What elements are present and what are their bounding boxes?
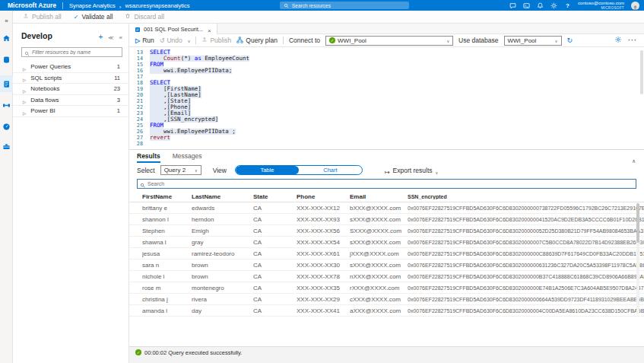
table-row[interactable]: jesusaramirez-teodoroCAXXX-XXX-XX61jXXX@… — [129, 248, 644, 260]
main-area: 001 SQL Pool Securit... Run Undo Publish — [129, 24, 644, 363]
more-actions-icon[interactable] — [628, 37, 637, 44]
code-line: 18SELECT — [129, 80, 644, 86]
column-header-firstname[interactable]: FirstName — [142, 193, 192, 200]
properties-icon[interactable] — [614, 36, 622, 45]
undo-menu-caret-icon[interactable] — [188, 37, 191, 44]
table-cell: CA — [253, 273, 297, 280]
query-select-dropdown[interactable]: Query 2 — [160, 165, 201, 175]
table-scrollbar[interactable] — [636, 203, 639, 314]
global-search[interactable] — [280, 2, 409, 9]
table-row[interactable]: amanda ldayCAXXX-XXX-XX41aXXX@XXXX.com0x… — [129, 305, 644, 317]
publish-all-button[interactable]: Publish all — [23, 13, 62, 21]
query-plan-button[interactable]: Query plan — [236, 37, 278, 45]
table-row[interactable]: rose mmontenegroCAXXX-XXX-XX35rXXX@XXXX.… — [129, 282, 644, 294]
validate-all-button[interactable]: Validate all — [74, 13, 113, 21]
cloud-shell-icon[interactable] — [523, 2, 530, 9]
breadcrumb-workspace[interactable]: wsazuresynapseanalytics — [125, 2, 189, 9]
expand-arrow-icon[interactable] — [23, 104, 30, 118]
code-token: revert — [150, 134, 170, 141]
table-cell: 0x0076EF22827519CFFBD5AD630F6C6D83020000… — [408, 297, 644, 302]
export-icon — [385, 164, 390, 177]
develop-panel-title: Develop — [21, 31, 93, 40]
connect-to-dropdown[interactable]: WWI_Pool — [325, 36, 453, 46]
tree-item-label: Notebooks — [30, 85, 113, 92]
code-editor[interactable]: 13SELECT14 Count(*) as EmployeeCount15FR… — [129, 47, 644, 149]
discard-all-button[interactable]: Discard all — [125, 13, 164, 21]
use-database-label: Use database — [458, 37, 498, 44]
status-message: 00:00:02 Query executed successfully. — [144, 349, 242, 356]
tree-item-power-bi[interactable]: Power BI1 — [13, 106, 128, 117]
notifications-icon[interactable] — [537, 2, 544, 9]
column-header-state[interactable]: State — [253, 193, 297, 200]
settings-icon[interactable] — [550, 2, 557, 9]
avatar[interactable] — [631, 2, 639, 10]
editor-scrollbar[interactable] — [640, 50, 643, 94]
table-cell: sara n — [142, 262, 192, 269]
tree-item-label: SQL scripts — [30, 75, 114, 81]
publish-icon — [201, 37, 208, 44]
feedback-icon[interactable] — [509, 2, 516, 9]
collapse-all-icon[interactable] — [108, 29, 113, 43]
add-resource-icon[interactable] — [98, 29, 103, 43]
results-panel: Results Messages Select Query 2 View Tab… — [129, 149, 644, 346]
column-header-phone[interactable]: Phone — [297, 193, 350, 200]
table-row[interactable]: shawna lgrayCAXXX-XXX-XX54sXXX@XXXX.com0… — [129, 237, 644, 248]
monitor-icon[interactable] — [2, 122, 11, 132]
divider — [283, 37, 284, 44]
table-cell: rivera — [192, 296, 253, 303]
table-cell: rose m — [142, 285, 192, 291]
table-cell: 0x0076EF22827519CFFBD5AD630F6C6D83020000… — [408, 228, 644, 234]
refresh-icon[interactable] — [567, 37, 573, 44]
divider — [62, 2, 63, 9]
table-cell: ramirez-teodoro — [192, 250, 253, 257]
breadcrumb-product[interactable]: Synapse Analytics — [69, 2, 116, 9]
publish-button[interactable]: Publish — [201, 37, 231, 44]
develop-icon[interactable] — [0, 75, 13, 92]
code-line: 14 Count(*) as EmployeeCount — [129, 56, 644, 62]
code-text: Count(*) as EmployeeCount — [150, 56, 249, 62]
tab-messages[interactable]: Messages — [173, 152, 202, 163]
run-button[interactable]: Run — [135, 37, 154, 44]
table-row[interactable]: nichole lbrownCAXXX-XXX-XX78nXXX@XXXX.co… — [129, 271, 644, 282]
code-line: 22 ,[Phone] — [129, 104, 644, 110]
expand-rail-icon[interactable] — [0, 12, 13, 26]
tab-results[interactable]: Results — [137, 152, 160, 163]
export-results-button[interactable]: Export results — [385, 164, 438, 177]
view-chart-option[interactable]: Chart — [299, 166, 362, 174]
help-icon[interactable] — [564, 2, 571, 9]
manage-icon[interactable] — [2, 142, 11, 151]
column-header-lastname[interactable]: LastName — [192, 193, 253, 200]
integrate-icon[interactable] — [2, 100, 11, 110]
resource-filter-input[interactable] — [32, 49, 122, 55]
line-number: 27 — [129, 135, 143, 141]
column-header-ssn_encrypted[interactable]: SSN_encrypted — [408, 194, 644, 199]
table-cell: montenegro — [192, 285, 253, 291]
results-search[interactable] — [137, 179, 636, 189]
column-header-email[interactable]: Email — [350, 193, 408, 200]
table-cell: XXX-XXX-XX12 — [297, 205, 350, 212]
results-search-input[interactable] — [148, 181, 636, 186]
line-number: 28 — [129, 141, 143, 147]
resource-filter[interactable] — [21, 47, 122, 57]
table-row[interactable]: sara nbrownCAXXX-XXX-XX30sXXX@XXXX.com0x… — [129, 260, 644, 271]
table-cell: 0x0076EF22827519CFFBD5AD630F6C6D83020000… — [408, 205, 644, 211]
account-info[interactable]: contoso@contoso.com MICROSOFT — [578, 1, 624, 10]
success-check-icon — [135, 349, 141, 355]
table-row[interactable]: shannon lherndonCAXXX-XXX-XX93sXXX@XXXX.… — [129, 214, 644, 225]
close-icon[interactable] — [206, 22, 211, 36]
table-row[interactable]: christina jriveraCAXXX-XXX-XX29cXXX@XXXX… — [129, 294, 644, 305]
global-search-input[interactable] — [292, 3, 409, 8]
view-table-option[interactable]: Table — [236, 166, 299, 174]
table-cell: 0x0076EF22827519CFFBD5AD630F6C6D83020000… — [408, 217, 644, 222]
table-row[interactable]: StephenEmighCAXXX-XXX-XX56SXXX@XXXX.com0… — [129, 225, 644, 237]
divider — [195, 37, 196, 44]
undo-button[interactable]: Undo — [160, 37, 182, 44]
table-row[interactable]: brittany eedwardsCAXXX-XXX-XX12bXXX@XXXX… — [129, 202, 644, 214]
collapse-results-icon[interactable] — [632, 152, 636, 166]
use-database-dropdown[interactable]: WWI_Pool — [504, 36, 562, 46]
tab-sql-script[interactable]: 001 SQL Pool Securit... — [129, 24, 217, 34]
collapse-panel-icon[interactable] — [119, 29, 122, 43]
home-icon[interactable] — [2, 33, 11, 43]
line-number: 19 — [129, 86, 143, 92]
data-icon[interactable] — [2, 55, 11, 65]
